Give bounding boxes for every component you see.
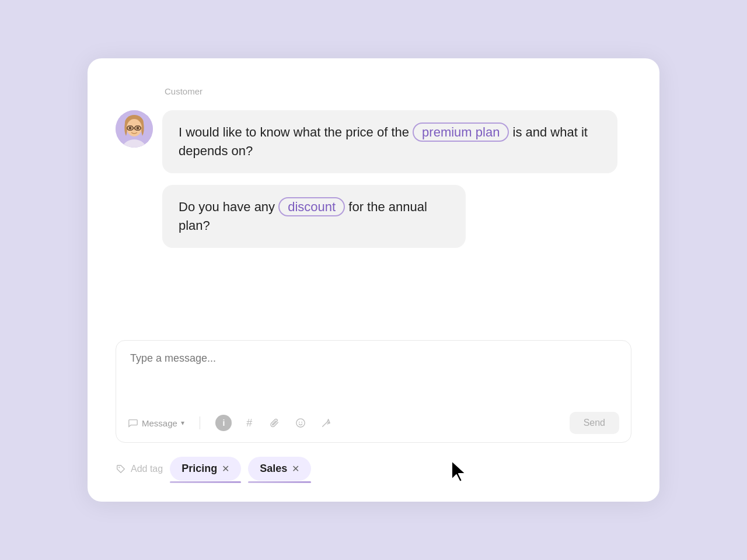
message-type-label: Message [142,418,177,428]
tag-pricing[interactable]: Pricing ✕ [170,457,241,481]
emoji-icon[interactable] [292,415,309,431]
attachment-icon[interactable] [267,415,283,431]
toolbar-divider [200,416,201,429]
add-tag-button[interactable]: Add tag [116,464,163,474]
message-bubble-1: I would like to know what the price of t… [162,110,617,173]
avatar [116,110,153,148]
tag-sales[interactable]: Sales ✕ [248,457,311,481]
tag-icon [116,464,126,474]
toolbar-left: Message ▾ i # [128,415,570,431]
message-bubble-2: Do you have any discount for the annual … [162,185,466,248]
chat-area: Customer [116,86,631,326]
message-icon [128,418,138,428]
svg-point-11 [118,467,120,468]
msg2-text-before: Do you have any [179,200,278,214]
toolbar: Message ▾ i # [128,412,619,434]
hashtag-icon[interactable]: # [241,415,257,431]
msg1-text-before: I would like to know what the price of t… [179,125,413,139]
msg2-highlight: discount [278,197,345,216]
info-icon[interactable]: i [215,415,232,431]
svg-point-10 [302,422,303,423]
magic-icon[interactable] [318,415,334,431]
tag-sales-close[interactable]: ✕ [292,463,299,474]
svg-point-6 [129,127,132,130]
tag-sales-label: Sales [260,463,287,475]
message-input-container: Message ▾ i # [116,340,631,443]
chevron-down-icon: ▾ [181,419,184,427]
svg-point-7 [137,127,139,130]
svg-point-9 [299,422,300,423]
message-textarea[interactable] [128,352,619,405]
tag-pricing-close[interactable]: ✕ [222,463,229,474]
message-row-1: I would like to know what the price of t… [116,110,631,173]
tag-pricing-label: Pricing [181,463,217,475]
chat-card: Customer [88,58,659,502]
svg-point-8 [296,419,305,427]
msg1-highlight: premium plan [413,123,509,142]
customer-label: Customer [165,86,631,96]
send-button[interactable]: Send [570,412,619,434]
add-tag-label: Add tag [131,464,163,474]
message-type-selector[interactable]: Message ▾ [128,418,184,428]
tags-area: Add tag Pricing ✕ Sales ✕ [116,457,631,481]
